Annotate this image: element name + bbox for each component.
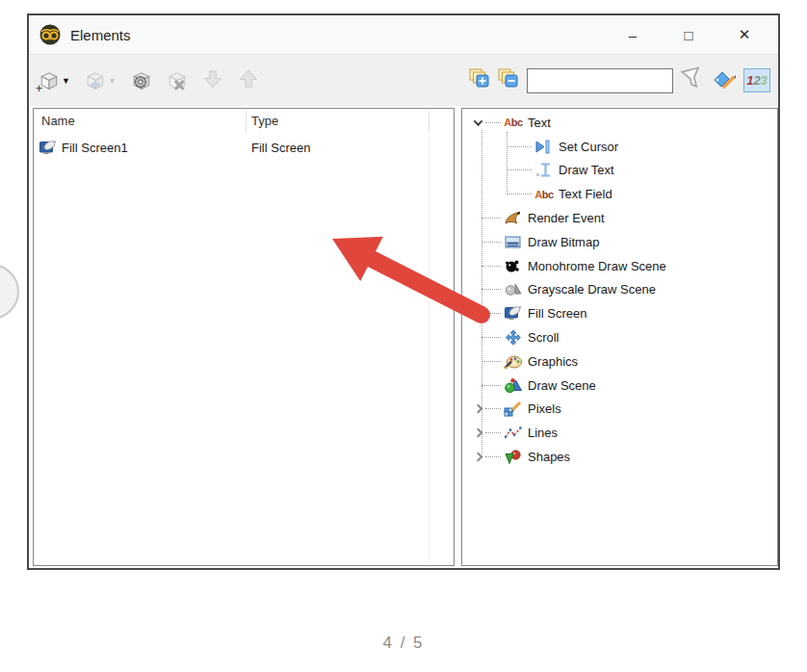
- fill-screen-icon: [502, 305, 525, 322]
- move-up-button[interactable]: [238, 68, 259, 93]
- tree-item-graphics[interactable]: Graphics: [462, 349, 777, 374]
- configure-element-button[interactable]: [131, 70, 152, 91]
- fill-screen-icon: [39, 140, 58, 156]
- carousel-prev-button[interactable]: [0, 264, 19, 320]
- column-grid-line: [429, 134, 430, 561]
- tree-item-render-event[interactable]: Render Event: [462, 206, 777, 230]
- tree-item-label: Monohrome Draw Scene: [528, 259, 666, 273]
- draw-text-icon: [533, 162, 556, 178]
- configure-element-cube-gear-icon: [131, 70, 152, 91]
- column-header-type[interactable]: Type: [251, 114, 278, 128]
- filter-funnel-icon: [680, 66, 705, 95]
- set-cursor-icon: [533, 139, 556, 155]
- expand-all-icon: [469, 68, 491, 92]
- rename-tag-icon: [712, 67, 737, 94]
- tree-item-set-cursor[interactable]: Set Cursor: [462, 135, 777, 159]
- tree-item-label: Render Event: [528, 211, 605, 225]
- tree-item-label: Fill Screen: [528, 306, 586, 321]
- collapse-all-icon: [498, 68, 520, 92]
- tree-item-label: Text Field: [559, 187, 612, 201]
- minimize-button[interactable]: –: [605, 15, 661, 54]
- tree-item-label: Draw Scene: [528, 378, 596, 393]
- list-row-fill-screen1[interactable]: Fill Screen1 Fill Screen: [34, 136, 454, 159]
- chevron-right-icon[interactable]: [470, 429, 485, 436]
- tree-item-label: Shapes: [528, 450, 570, 464]
- grayscale-draw-scene-icon: [502, 281, 525, 297]
- delete-element-cube-x-icon: [167, 70, 188, 91]
- add-element-cube-plus-icon: +: [39, 70, 60, 91]
- numbering-digit-3: 3: [761, 73, 768, 88]
- chevron-right-icon[interactable]: [470, 405, 485, 412]
- column-separator[interactable]: [429, 111, 430, 132]
- tree-item-scroll[interactable]: Scroll: [462, 325, 777, 349]
- render-event-icon: [502, 210, 525, 226]
- add-element-menu-caret-icon: ▼: [62, 76, 70, 86]
- text-abc-icon: Abc: [502, 115, 525, 131]
- shapes-icon: [502, 449, 525, 465]
- numbering-digit-2: 2: [753, 73, 760, 88]
- maximize-button[interactable]: □: [661, 15, 716, 54]
- collapse-all-button[interactable]: [498, 68, 520, 92]
- window-title: Elements: [70, 27, 605, 43]
- chevron-right-icon[interactable]: [470, 453, 485, 460]
- filter-input[interactable]: [527, 68, 673, 93]
- column-header-name[interactable]: Name: [41, 114, 75, 128]
- list-header: Name Type: [34, 109, 454, 134]
- tree-item-draw-scene[interactable]: Draw Scene: [462, 374, 777, 398]
- filter-button[interactable]: [680, 66, 705, 95]
- graphics-palette-icon: [502, 353, 525, 370]
- move-down-arrow-icon: [202, 68, 223, 93]
- pixels-icon: [502, 401, 525, 417]
- tree-item-draw-bitmap[interactable]: Draw Bitmap: [462, 230, 777, 254]
- move-down-button[interactable]: [202, 68, 223, 93]
- add-element-button[interactable]: + ▼: [39, 70, 70, 91]
- delete-element-button[interactable]: [167, 70, 188, 91]
- scroll-icon: [502, 329, 525, 346]
- toolbar-right-group: 123: [469, 55, 770, 106]
- window-controls: – □ ✕: [605, 15, 772, 54]
- close-button[interactable]: ✕: [716, 15, 772, 54]
- tree-item-text-field[interactable]: Abc Text Field: [462, 182, 777, 206]
- tree-item-label: Scroll: [528, 330, 560, 345]
- tree-item-shapes[interactable]: Shapes: [462, 445, 777, 469]
- insert-element-cube-arrow-icon: [85, 70, 106, 91]
- element-types-tree: Abc Text Set Cursor: [462, 109, 777, 469]
- tree-item-draw-text[interactable]: Draw Text: [462, 159, 777, 183]
- tree-item-label: Pixels: [528, 401, 561, 416]
- list-cell-name: Fill Screen1: [62, 141, 128, 155]
- tree-item-pixels[interactable]: Pixels: [462, 398, 777, 422]
- tree-item-label: Grayscale Draw Scene: [528, 282, 656, 297]
- elements-window: Elements – □ ✕ +: [27, 13, 780, 570]
- draw-bitmap-icon: [502, 234, 525, 250]
- insert-element-button[interactable]: ▼: [85, 70, 117, 91]
- tree-item-label: Graphics: [528, 354, 578, 369]
- tree-item-text[interactable]: Abc Text: [462, 111, 777, 135]
- tree-item-fill-screen[interactable]: Fill Screen: [462, 301, 777, 325]
- owl-app-icon: [39, 23, 62, 46]
- text-field-abc-icon: Abc: [533, 186, 556, 202]
- tree-item-grayscale-draw-scene[interactable]: Grayscale Draw Scene: [462, 278, 777, 302]
- draw-scene-icon: [502, 377, 525, 394]
- tree-item-monohrome-draw-scene[interactable]: Monohrome Draw Scene: [462, 254, 777, 278]
- tree-item-label: Lines: [528, 426, 558, 440]
- tree-item-label: Draw Bitmap: [528, 235, 599, 249]
- numbering-toggle[interactable]: 123: [743, 68, 770, 92]
- move-up-arrow-icon: [238, 68, 259, 93]
- tree-item-lines[interactable]: Lines: [462, 421, 777, 445]
- expand-all-button[interactable]: [469, 68, 491, 92]
- page: Elements – □ ✕ +: [0, 0, 807, 672]
- lines-icon: [502, 425, 525, 441]
- element-types-tree-panel: Abc Text Set Cursor: [461, 108, 778, 566]
- chevron-down-icon[interactable]: [470, 119, 485, 126]
- toolbar-left-group: + ▼ ▼: [39, 55, 259, 106]
- rename-button[interactable]: [712, 67, 737, 94]
- tree-item-label: Draw Text: [559, 163, 614, 177]
- elements-list-panel: Name Type Fill Screen1 Fill Screen: [33, 108, 455, 566]
- toolbar: + ▼ ▼: [29, 54, 778, 106]
- insert-element-menu-caret-icon: ▼: [108, 76, 117, 86]
- column-separator[interactable]: [246, 111, 247, 132]
- list-cell-type: Fill Screen: [251, 141, 310, 155]
- slide-pager: 4 / 5: [0, 633, 807, 653]
- tree-item-label: Set Cursor: [559, 140, 618, 154]
- monochrome-draw-scene-icon: [502, 258, 525, 274]
